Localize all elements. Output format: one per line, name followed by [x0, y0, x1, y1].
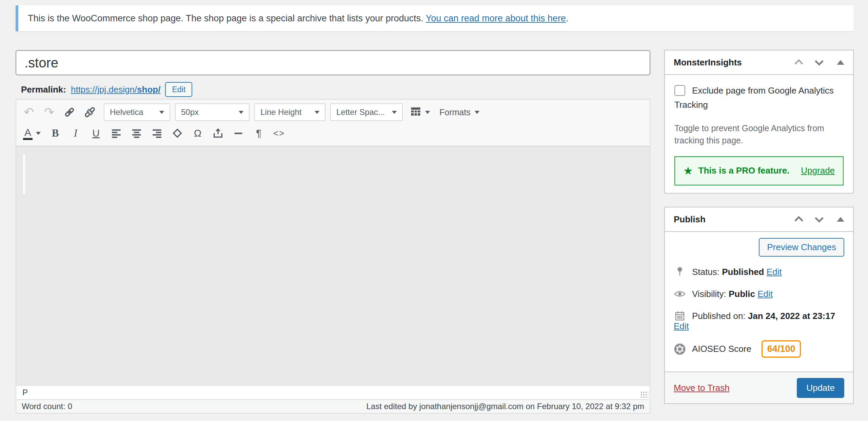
paragraph-button[interactable]: ¶	[250, 124, 268, 142]
chevron-down-icon	[159, 111, 164, 114]
eye-icon	[674, 288, 686, 300]
move-up-icon[interactable]	[792, 213, 806, 226]
align-right-icon[interactable]	[148, 124, 166, 142]
font-family-value: Helvetica	[110, 107, 143, 117]
status-label: Status:	[692, 267, 719, 277]
code-button[interactable]: <>	[270, 124, 288, 142]
published-on-label: Published on:	[692, 311, 746, 321]
move-down-icon[interactable]	[812, 56, 826, 69]
star-icon: ★	[683, 164, 693, 177]
preview-changes-button[interactable]: Preview Changes	[759, 238, 844, 257]
exclude-tracking-checkbox[interactable]	[674, 85, 685, 96]
font-family-select[interactable]: Helvetica	[104, 103, 170, 121]
font-size-select[interactable]: 50px	[175, 103, 250, 121]
pro-feature-box: ★ This is a PRO feature. Upgrade	[674, 156, 844, 185]
aioseo-gear-icon	[674, 343, 686, 355]
visibility-value: Public	[729, 289, 755, 299]
letter-spacing-value: Letter Spac...	[336, 107, 385, 117]
monsterinsights-header[interactable]: MonsterInsights	[665, 51, 853, 75]
move-up-icon[interactable]	[792, 56, 806, 69]
word-count-value: 0	[68, 402, 72, 411]
formats-dropdown[interactable]: Formats	[439, 107, 479, 117]
publish-header[interactable]: Publish	[665, 207, 853, 232]
align-center-icon[interactable]	[127, 124, 146, 142]
publish-title: Publish	[674, 214, 706, 225]
underline-button[interactable]: U	[87, 124, 105, 142]
paste-as-text-icon[interactable]	[209, 124, 227, 142]
aioseo-score-label: AIOSEO Score	[692, 344, 751, 354]
monsterinsights-body: Exclude page from Google Analytics Track…	[665, 75, 853, 193]
remove-link-icon[interactable]	[81, 103, 99, 121]
permalink-url-base: https://jpj.design/	[71, 84, 137, 95]
woocommerce-shop-notice: This is the WooCommerce shop page. The s…	[16, 5, 854, 31]
bold-button[interactable]: B	[46, 124, 64, 142]
formats-label: Formats	[439, 107, 471, 117]
italic-button[interactable]: I	[66, 124, 85, 142]
visibility-edit-link[interactable]: Edit	[757, 289, 773, 299]
tracking-help-text: Toggle to prevent Google Analytics from …	[674, 122, 844, 147]
special-character-button[interactable]: Ω	[189, 124, 207, 142]
chevron-down-icon	[315, 111, 319, 114]
page-title-input[interactable]	[16, 50, 650, 75]
table-button[interactable]	[410, 105, 430, 119]
status-edit-link[interactable]: Edit	[767, 267, 782, 277]
chevron-down-icon	[425, 111, 430, 114]
redo-icon[interactable]: ↷	[40, 103, 58, 121]
toolbar-row-2: A B I U	[20, 123, 646, 143]
line-height-value: Line Height	[260, 107, 301, 117]
publish-panel: Publish Preview Changes Status:	[664, 207, 854, 404]
move-to-trash-link[interactable]: Move to Trash	[674, 383, 730, 393]
word-count: Word count: 0	[22, 402, 72, 411]
clear-formatting-icon[interactable]	[168, 124, 186, 142]
permalink-url-slug: shop/	[137, 84, 160, 95]
line-height-select[interactable]: Line Height	[254, 103, 326, 121]
font-size-value: 50px	[181, 107, 199, 117]
undo-icon[interactable]: ↶	[20, 103, 38, 121]
status-row: Status: Published Edit	[674, 266, 844, 278]
chevron-down-icon	[475, 111, 479, 114]
resize-grip[interactable]	[640, 391, 648, 398]
editor-toolbar: ↶ ↷	[16, 100, 650, 146]
move-down-icon[interactable]	[812, 213, 826, 226]
horizontal-rule-icon[interactable]	[229, 124, 248, 142]
status-value: Published	[722, 267, 764, 277]
text-color-button[interactable]: A	[20, 127, 44, 140]
permalink-url[interactable]: https://jpj.design/shop/	[71, 84, 160, 95]
update-button[interactable]: Update	[797, 378, 844, 398]
calendar-icon	[674, 310, 686, 322]
aioseo-score-badge[interactable]: 64/100	[762, 340, 801, 358]
align-left-icon[interactable]	[107, 124, 125, 142]
notice-suffix: .	[566, 13, 569, 23]
published-on-edit-link[interactable]: Edit	[674, 321, 689, 331]
notice-text: This is the WooCommerce shop page. The s…	[28, 13, 423, 23]
table-icon	[410, 105, 422, 119]
monsterinsights-title: MonsterInsights	[674, 57, 742, 68]
collapse-toggle-icon[interactable]	[837, 217, 844, 222]
letter-spacing-select[interactable]: Letter Spac...	[330, 103, 403, 121]
published-on-row: Published on: Jan 24, 2022 at 23:17	[674, 310, 844, 322]
editor-content-area[interactable]	[16, 146, 650, 385]
insert-link-icon[interactable]	[60, 103, 79, 121]
collapse-toggle-icon[interactable]	[837, 60, 844, 65]
permalink-edit-button[interactable]: Edit	[165, 82, 192, 97]
editor-statusbar: P	[16, 385, 650, 399]
visibility-label: Visibility:	[692, 289, 726, 299]
exclude-tracking-row[interactable]: Exclude page from Google Analytics Track…	[674, 84, 844, 112]
chevron-down-icon	[239, 111, 243, 114]
toolbar-row-1: ↶ ↷	[20, 102, 646, 122]
published-on-value: Jan 24, 2022 at 23:17	[748, 311, 835, 321]
upgrade-link[interactable]: Upgrade	[801, 165, 835, 176]
notice-read-more-link[interactable]: You can read more about this here	[426, 13, 566, 23]
element-path[interactable]: P	[22, 388, 28, 397]
exclude-tracking-label: Exclude page from Google Analytics Track…	[674, 85, 834, 110]
aioseo-score-row: AIOSEO Score 64/100	[674, 340, 844, 358]
permalink-row: Permalink: https://jpj.design/shop/ Edit	[21, 82, 192, 97]
pin-icon	[674, 266, 686, 278]
text-color-icon: A	[23, 127, 33, 140]
monsterinsights-panel: MonsterInsights Exclude page from Google…	[664, 50, 854, 194]
word-count-label: Word count:	[22, 402, 65, 411]
post-status-info: Word count: 0 Last edited by jonathanjen…	[16, 399, 650, 413]
publish-body: Preview Changes Status: Published Edit	[665, 232, 853, 358]
publish-footer: Move to Trash Update	[665, 372, 853, 403]
chevron-down-icon	[392, 111, 397, 114]
